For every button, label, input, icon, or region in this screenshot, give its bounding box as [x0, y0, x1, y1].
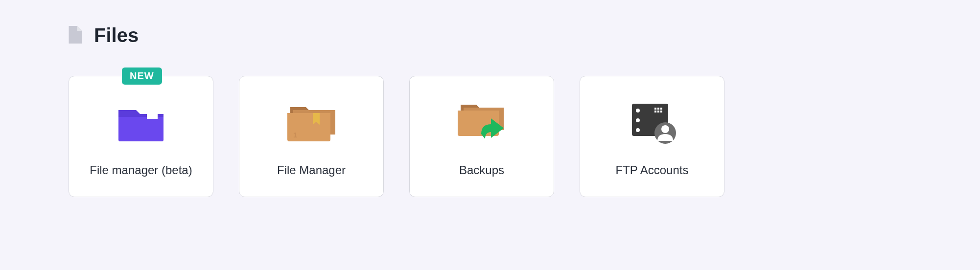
- new-badge: NEW: [122, 68, 162, 85]
- svg-rect-9: [660, 108, 662, 110]
- svg-point-6: [636, 128, 640, 132]
- folder-arrow-icon: [455, 96, 509, 150]
- section-title: Files: [94, 24, 139, 46]
- card-file-manager-beta[interactable]: NEW File manager (beta): [69, 76, 213, 197]
- svg-rect-0: [147, 114, 158, 119]
- card-label: FTP Accounts: [616, 163, 689, 177]
- folder-brown-icon: 1: [284, 96, 338, 150]
- svg-text:1: 1: [293, 131, 297, 139]
- section-header: Files: [69, 24, 911, 46]
- card-label: File Manager: [277, 163, 346, 177]
- server-user-icon: [625, 96, 679, 150]
- folder-purple-icon: [117, 96, 165, 150]
- svg-rect-12: [660, 111, 662, 112]
- svg-rect-11: [657, 111, 659, 112]
- files-section: Files NEW File manager (beta): [0, 0, 980, 217]
- svg-point-5: [636, 118, 640, 122]
- svg-point-4: [636, 109, 640, 112]
- svg-point-14: [661, 125, 669, 133]
- svg-rect-10: [654, 111, 656, 112]
- card-ftp-accounts[interactable]: FTP Accounts: [580, 76, 724, 197]
- cards-row: NEW File manager (beta) 1: [69, 76, 911, 197]
- svg-rect-8: [657, 108, 659, 110]
- svg-rect-7: [654, 108, 656, 110]
- card-label: Backups: [459, 163, 504, 177]
- card-backups[interactable]: Backups: [409, 76, 554, 197]
- card-label: File manager (beta): [90, 163, 192, 177]
- file-icon: [69, 26, 82, 45]
- card-file-manager[interactable]: 1 File Manager: [239, 76, 384, 197]
